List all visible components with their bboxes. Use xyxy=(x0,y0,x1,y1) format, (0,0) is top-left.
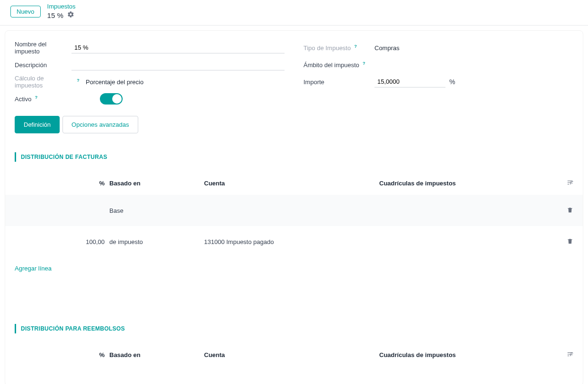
label-nombre: Nombre del impuesto xyxy=(15,41,71,55)
help-icon[interactable]: ? xyxy=(353,44,358,49)
label-importe: Importe xyxy=(303,79,374,86)
page-title-text: 15 % xyxy=(47,11,63,19)
importe-input[interactable] xyxy=(374,76,445,87)
help-icon[interactable]: ? xyxy=(33,95,39,100)
trash-icon[interactable] xyxy=(567,208,573,215)
nombre-input[interactable] xyxy=(71,42,285,53)
table-row[interactable]: Base xyxy=(5,195,583,226)
col-percent: % xyxy=(15,180,109,187)
descripcion-input[interactable] xyxy=(71,59,285,70)
gear-icon[interactable] xyxy=(67,11,74,19)
label-activo: Activo ? xyxy=(15,96,86,103)
help-icon[interactable]: ? xyxy=(75,78,81,83)
trash-icon[interactable] xyxy=(567,239,573,246)
page-title: 15 % xyxy=(47,11,76,19)
col-basado-en: Basado en xyxy=(109,351,204,358)
add-line-link[interactable]: Agregar línea xyxy=(5,257,583,272)
breadcrumb-link-impuestos[interactable]: Impuestos xyxy=(47,3,76,10)
col-cuadriculas: Cuadrículas de impuestos xyxy=(379,351,559,358)
tab-opciones-avanzadas[interactable]: Opciones avanzadas xyxy=(62,116,138,133)
facturas-table: % Basado en Cuenta Cuadrículas de impues… xyxy=(5,171,583,257)
label-descripcion: Descripción xyxy=(15,61,71,69)
label-calculo: Cálculo de impuestos ? xyxy=(15,75,86,89)
section-distribucion-reembolsos: DISTRIBUCIÓN PARA REEMBOLSOS xyxy=(15,324,573,333)
col-cuenta: Cuenta xyxy=(204,351,379,358)
breadcrumb: Nuevo Impuestos 15 % xyxy=(0,0,588,22)
col-cuenta: Cuenta xyxy=(204,180,379,187)
activo-toggle[interactable] xyxy=(100,93,123,105)
label-ambito: Ámbito del impuesto ? xyxy=(303,61,374,69)
sliders-icon[interactable] xyxy=(567,180,573,187)
help-icon[interactable]: ? xyxy=(361,61,367,66)
col-percent: % xyxy=(15,351,109,358)
form-card: Nombre del impuesto Descripción Cálculo … xyxy=(5,30,583,384)
section-distribucion-facturas: DISTRIBUCIÓN DE FACTURAS xyxy=(15,152,573,162)
nuevo-button[interactable]: Nuevo xyxy=(10,6,41,17)
tabs: Definición Opciones avanzadas xyxy=(5,107,583,133)
importe-unit: % xyxy=(449,78,455,86)
tipo-value: Compras xyxy=(374,43,400,53)
col-basado-en: Basado en xyxy=(109,180,204,187)
label-tipo: Tipo de Impuesto ? xyxy=(303,44,374,52)
sliders-icon[interactable] xyxy=(567,352,573,359)
col-cuadriculas: Cuadrículas de impuestos xyxy=(379,180,559,187)
reembolsos-table: % Basado en Cuenta Cuadrículas de impues… xyxy=(5,343,583,367)
tab-definicion[interactable]: Definición xyxy=(15,116,60,133)
calculo-value: Porcentaje del precio xyxy=(86,77,143,87)
table-row[interactable]: 100,00 de impuesto 131000 Impuesto pagad… xyxy=(5,226,583,257)
